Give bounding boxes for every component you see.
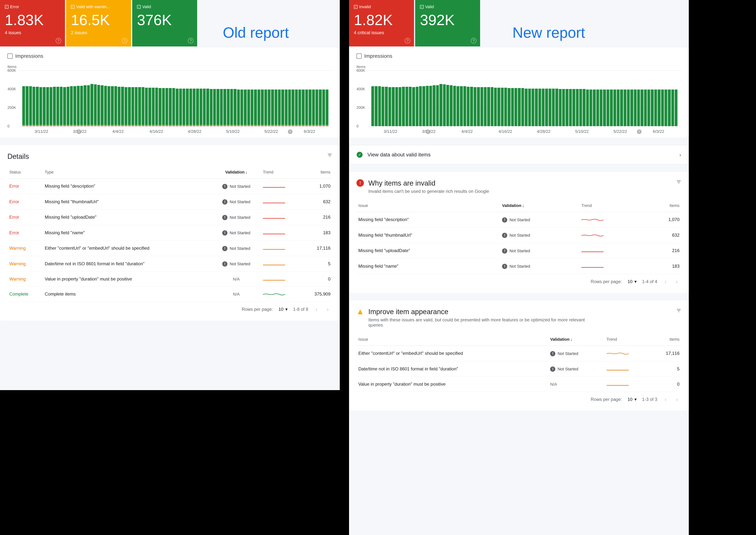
help-icon[interactable]: ? (188, 38, 194, 43)
chart-bar (220, 89, 223, 126)
chart-bar (470, 87, 473, 126)
table-row[interactable]: ErrorMissing field "name"!Not Started183 (8, 225, 332, 240)
chart-bar (658, 90, 661, 126)
chart-bar (145, 88, 148, 126)
chart-bar (508, 88, 510, 126)
cell-items: 5 (651, 361, 681, 377)
col-items[interactable]: Items (651, 333, 681, 346)
table-row[interactable]: Date/time not in ISO 8601 format in fiel… (357, 361, 681, 377)
validation-badge: !Not Started (550, 367, 578, 372)
col-issue[interactable]: Issue (357, 333, 548, 346)
event-marker-icon[interactable] (637, 129, 641, 134)
help-icon[interactable]: ? (122, 38, 127, 43)
cell-trend (261, 240, 302, 256)
validation-badge: !Not Started (502, 248, 530, 254)
card-header: ✓Valid (137, 5, 192, 9)
rpp-select[interactable]: 10 ▾ (628, 397, 636, 402)
chart-bar (607, 90, 609, 126)
col-items[interactable]: Items (302, 166, 332, 179)
invalid-card: ! Why items are invalid Invalid items ca… (349, 172, 689, 293)
cell-items: 632 (644, 227, 681, 243)
prev-page-button[interactable]: ‹ (663, 396, 668, 403)
table-row[interactable]: Missing field "name"!Not Started183 (357, 258, 681, 274)
prev-page-button[interactable]: ‹ (663, 278, 668, 285)
col-trend[interactable]: Trend (580, 200, 644, 212)
col-status[interactable]: Status (8, 166, 43, 179)
rpp-select[interactable]: 10 ▾ (628, 279, 636, 284)
view-valid-items-link[interactable]: ✓ View data about valid items › (349, 145, 689, 164)
next-page-button[interactable]: › (674, 396, 680, 403)
status-card-green[interactable]: ✓Valid376K? (132, 0, 197, 46)
status-card-green[interactable]: ✓Valid392K? (415, 0, 480, 46)
checkbox-icon[interactable] (357, 53, 362, 59)
table-row[interactable]: Missing field "uploadDate"!Not Started21… (357, 243, 681, 259)
trend-sparkline (263, 293, 285, 296)
chart-bar (40, 87, 42, 126)
col-validation[interactable]: Validation↓ (211, 166, 261, 179)
chart-bar (264, 90, 267, 126)
x-tick: 3/11/22 (22, 129, 61, 134)
table-row[interactable]: ErrorMissing field "uploadDate"!Not Star… (8, 210, 332, 225)
validation-badge: !Not Started (222, 199, 250, 205)
impressions-toggle[interactable]: Impressions (8, 53, 332, 59)
y-tick: 600K (357, 69, 365, 72)
prev-page-button[interactable]: ‹ (314, 306, 319, 312)
impressions-toggle[interactable]: Impressions (357, 53, 681, 59)
chart-bar (627, 90, 630, 126)
chart-bar (450, 85, 452, 126)
chart-bar (77, 86, 80, 126)
col-trend[interactable]: Trend (261, 166, 302, 179)
chart-bar (312, 90, 315, 126)
help-icon[interactable]: ? (471, 38, 476, 43)
status-card-yellow[interactable]: ✓Valid with warnin...16.5K2 issues? (66, 0, 131, 46)
chart-bar (498, 88, 500, 126)
table-row[interactable]: Value in property "duration" must be pos… (357, 377, 681, 392)
rpp-select[interactable]: 10 ▾ (279, 307, 287, 312)
checkbox-icon[interactable] (8, 53, 13, 59)
table-row[interactable]: ErrorMissing field "description"!Not Sta… (8, 179, 332, 194)
event-marker-icon[interactable] (288, 129, 292, 134)
col-items[interactable]: Items (644, 200, 681, 212)
status-card-red[interactable]: ✓Invalid1.82K4 critical issues? (349, 0, 414, 46)
card-sub: 4 issues (5, 30, 60, 35)
table-row[interactable]: WarningDate/time not in ISO 8601 format … (8, 256, 332, 271)
col-type[interactable]: Type (43, 166, 211, 179)
validation-badge: !Not Started (502, 217, 530, 223)
col-issue[interactable]: Issue (357, 200, 500, 212)
cell-status: Error (8, 194, 43, 210)
invalid-subtitle: Invalid items can't be used to generate … (368, 189, 489, 194)
col-trend[interactable]: Trend (605, 333, 651, 346)
chart-bar (440, 84, 442, 126)
event-marker-icon[interactable] (77, 129, 81, 134)
col-validation[interactable]: Validation↓ (548, 333, 605, 346)
cell-status: Complete (8, 287, 43, 302)
chart-bar (436, 85, 439, 126)
table-row[interactable]: Either "contentUrl" or "embedUrl" should… (357, 346, 681, 361)
chart-bar (582, 89, 585, 126)
filter-icon[interactable] (676, 308, 681, 315)
table-row[interactable]: Missing field "description"!Not Started1… (357, 212, 681, 228)
next-page-button[interactable]: › (325, 306, 331, 312)
chart-bar (385, 87, 388, 126)
next-page-button[interactable]: › (674, 278, 680, 285)
table-row[interactable]: CompleteComplete itemsN/A375,909 (8, 287, 332, 302)
cell-validation: N/A (211, 287, 261, 302)
chart-bar (409, 87, 412, 126)
help-icon[interactable]: ? (56, 38, 61, 43)
table-row[interactable]: WarningEither "contentUrl" or "embedUrl"… (8, 240, 332, 256)
status-card-red[interactable]: ✓Error1.83K4 issues? (0, 0, 65, 46)
table-row[interactable]: Missing field "thumbnailUrl"!Not Started… (357, 227, 681, 243)
chart-bar (56, 87, 59, 126)
chart-bar (275, 90, 277, 126)
x-tick: 4/28/22 (176, 129, 214, 134)
table-row[interactable]: ErrorMissing field "thumbnailUrl"!Not St… (8, 194, 332, 210)
chart-bar (63, 87, 66, 126)
filter-icon[interactable] (327, 153, 332, 159)
table-row[interactable]: WarningValue in property "duration" must… (8, 271, 332, 287)
chart-bar (60, 87, 63, 126)
help-icon[interactable]: ? (405, 38, 410, 43)
filter-icon[interactable] (676, 179, 681, 186)
event-marker-icon[interactable] (426, 129, 430, 134)
cell-validation: !Not Started (211, 240, 261, 256)
col-validation[interactable]: Validation↓ (500, 200, 580, 212)
